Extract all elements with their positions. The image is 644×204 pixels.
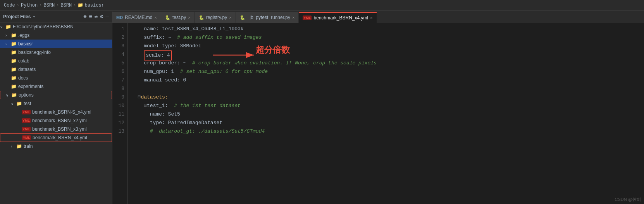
code-line-2: suffix: ~ # add suffix to saved images [132,33,640,42]
tab-label-test: test.py [172,15,186,20]
py-icon: 🐍 [240,15,245,20]
md-icon: MD [116,15,123,20]
tree-arrow-train: › [11,144,16,149]
code-line-13: # dataroot_gt: ./datasets/Set5/GTmod4 [132,127,640,136]
code-line-5: crop_border: ~ # crop border when evalua… [132,59,640,67]
tree-label-file2: benchmark_BSRN_x2.yml [32,118,87,123]
tab-close-test[interactable]: × [188,15,190,20]
tab-jbrunner[interactable]: 🐍_jb_pytest_runner.py× [236,12,299,23]
line-number: 5 [112,59,124,67]
add-icon[interactable]: ⊕ [83,13,86,20]
yml-file-icon: YML [22,127,31,131]
tree-arrow-root: ∨ [0,25,5,29]
breadcrumb-item[interactable]: Code [4,3,15,8]
line-number: 9 [112,93,124,102]
tree-arrow-options: ∨ [6,93,11,97]
tree-item-options[interactable]: ∨📁options [0,91,112,99]
line-number: 13 [112,127,124,136]
tree-item-datasets[interactable]: 📁datasets [0,65,112,74]
watermark: CSDN @佐剑 [615,197,641,202]
sync-icon[interactable]: ⇌ [95,13,98,20]
tab-label-readme: README.md [125,15,152,20]
tree-item-file1[interactable]: YMLbenchmark_BSRN-S_x4.yml [0,108,112,116]
py-icon: 🐍 [165,15,170,20]
tree-item-experiments[interactable]: 📁experiments [0,82,112,91]
folder-icon: 📁 [11,50,17,55]
collapse-icon[interactable]: — [106,14,109,20]
breadcrumb-item[interactable]: BSRN [60,3,72,8]
yml-file-icon: YML [22,135,31,140]
code-content[interactable]: name: test_BSRN_x4_C64B8_L1_1000k suffix… [128,23,644,204]
tree-label-train: train [24,143,33,149]
sidebar: Project Files ▾ ⊕ ≡ ⇌ ⚙ — ∨📁F:\Code\Pyth… [0,11,112,204]
tree-label-datasets: datasets [18,67,36,72]
line-number: 7 [112,76,124,85]
tree-item-test[interactable]: ∨📁test [0,99,112,108]
line-number: 11 [112,110,124,119]
tab-label-registry: registry.py [206,15,227,20]
line-number: 2 [112,33,124,42]
breadcrumb-item[interactable]: basicsr [84,3,104,8]
tree-item-basicsr[interactable]: ›📁basicsr [0,40,112,48]
tree-item-file3[interactable]: YMLbenchmark_BSRN_x3.yml [0,125,112,133]
line-number: 12 [112,119,124,127]
code-editor: 12345678910111213 name: test_BSRN_x4_C64… [112,23,644,204]
tree-label-file1: benchmark_BSRN-S_x4.yml [32,109,91,115]
tab-registry[interactable]: 🐍registry.py× [195,12,236,23]
file-tree: ∨📁F:\Code\Python\BSRN\BSRN›📁.eggs›📁basic… [0,22,112,204]
tabs-bar: MDREADME.md×🐍test.py×🐍registry.py×🐍_jb_p… [112,11,644,23]
code-line-3: model_type: SRModel [132,42,640,50]
tree-item-file2[interactable]: YMLbenchmark_BSRN_x2.yml [0,116,112,125]
tree-label-experiments: experiments [18,84,43,89]
folder-icon: 📁 [11,58,17,64]
folder-icon: 📁 [5,24,11,29]
tab-label-jbrunner: _jb_pytest_runner.py [247,15,290,20]
tree-label-file3: benchmark_BSRN_x3.yml [32,126,87,132]
sidebar-title: Project Files [3,14,31,19]
tree-item-root[interactable]: ∨📁F:\Code\Python\BSRN\BSRN [0,22,112,31]
tree-label-basicsr-egg: basicsr.egg-info [18,50,51,55]
yml-tab-icon: YML [303,16,312,20]
folder-icon: 📁 [11,41,17,47]
folder-icon: 📁 [11,92,17,98]
line-number: 6 [112,67,124,76]
tab-close-readme[interactable]: × [154,15,157,20]
tab-close-registry[interactable]: × [229,15,231,20]
code-line-1: name: test_BSRN_x4_C64B8_L1_1000k [132,25,640,33]
breadcrumb-item[interactable]: Python [21,3,38,8]
tab-label-benchmark: benchmark_BSRN_x4.yml [313,15,368,21]
folder-icon: 📁 [11,84,17,89]
tab-benchmark[interactable]: YMLbenchmark_BSRN_x4.yml× [299,12,377,23]
tree-label-file4: benchmark_BSRN_x4.yml [33,135,87,140]
breadcrumb-item[interactable]: BSRN [43,3,55,8]
tree-item-eggs[interactable]: ›📁.eggs [0,31,112,40]
code-line-8 [132,85,640,93]
code-line-4: scale: 4 [132,50,640,59]
tree-item-colab[interactable]: 📁colab [0,57,112,65]
tab-test[interactable]: 🐍test.py× [161,12,195,23]
sidebar-dropdown-icon[interactable]: ▾ [33,14,35,19]
tab-readme[interactable]: MDREADME.md× [112,12,161,23]
settings-icon[interactable]: ⚙ [100,13,103,20]
line-number: 1 [112,25,124,33]
yml-file-icon: YML [22,110,31,114]
tab-close-benchmark[interactable]: × [370,16,372,20]
folder-icon: 📁 [11,67,17,72]
tree-item-basicsr-egg[interactable]: 📁basicsr.egg-info [0,48,112,57]
sidebar-header: Project Files ▾ ⊕ ≡ ⇌ ⚙ — [0,11,112,22]
tree-arrow-basicsr: › [5,42,11,46]
code-line-9: ⊟datasets: [132,93,640,102]
tree-item-file4[interactable]: YMLbenchmark_BSRN_x4.yml [0,133,112,142]
tree-label-colab: colab [18,58,29,64]
list-icon[interactable]: ≡ [89,14,92,20]
tab-close-jbrunner[interactable]: × [292,15,294,20]
yml-file-icon: YML [22,118,31,123]
editor-area: MDREADME.md×🐍test.py×🐍registry.py×🐍_jb_p… [112,11,644,204]
line-number: 3 [112,42,124,50]
code-line-7: manual_seed: 0 [132,76,640,85]
tree-arrow-eggs: › [5,33,11,38]
main-area: Project Files ▾ ⊕ ≡ ⇌ ⚙ — ∨📁F:\Code\Pyth… [0,11,644,204]
tree-label-docs: docs [18,75,28,81]
tree-item-train[interactable]: ›📁train [0,142,112,150]
tree-item-docs[interactable]: 📁docs [0,74,112,82]
